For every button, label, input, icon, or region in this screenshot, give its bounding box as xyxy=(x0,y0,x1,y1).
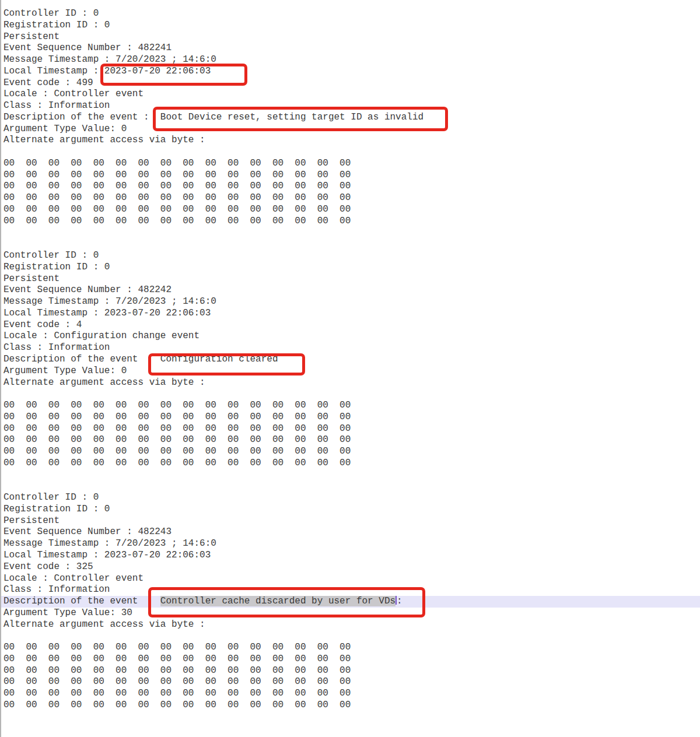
blank-line xyxy=(4,146,700,158)
description-line: Description of the event : Boot Device r… xyxy=(4,112,700,124)
class-line: Class : Information xyxy=(4,342,700,354)
local-timestamp-line: Local Timestamp : 2023-07-20 22:06:03 xyxy=(4,308,700,320)
hex-row: 00 00 00 00 00 00 00 00 00 00 00 00 00 0… xyxy=(4,216,700,227)
blank-line xyxy=(4,227,700,239)
description-line-highlighted: Description of the event Controller cach… xyxy=(1,596,700,608)
event-code-line: Event code : 325 xyxy=(4,561,700,573)
blank-line xyxy=(4,711,700,723)
hex-row: 00 00 00 00 00 00 00 00 00 00 00 00 00 0… xyxy=(4,170,700,181)
hex-row: 00 00 00 00 00 00 00 00 00 00 00 00 00 0… xyxy=(4,412,700,423)
description-line: Description of the event Configuration c… xyxy=(4,354,700,366)
selected-text[interactable]: Controller cache discarded by user for V… xyxy=(160,596,396,606)
event-block-3: Controller ID : 0 Registration ID : 0 Pe… xyxy=(4,492,700,734)
registration-id-line: Registration ID : 0 xyxy=(4,504,700,515)
message-timestamp-line: Message Timestamp : 7/20/2023 ; 14:6:0 xyxy=(4,296,700,308)
event-code-line: Event code : 499 xyxy=(4,78,700,89)
controller-id-line: Controller ID : 0 xyxy=(4,492,700,504)
blank-line xyxy=(4,238,700,250)
hex-row: 00 00 00 00 00 00 00 00 00 00 00 00 00 0… xyxy=(4,204,700,216)
locale-line: Locale : Controller event xyxy=(4,573,700,585)
hex-row: 00 00 00 00 00 00 00 00 00 00 00 00 00 0… xyxy=(4,446,700,458)
hex-row: 00 00 00 00 00 00 00 00 00 00 00 00 00 0… xyxy=(4,192,700,204)
blank-line xyxy=(4,469,700,481)
blank-line xyxy=(4,722,700,734)
class-line: Class : Information xyxy=(4,584,700,596)
message-timestamp-line: Message Timestamp : 7/20/2023 ; 14:6:0 xyxy=(4,54,700,66)
alternate-argument-line: Alternate argument access via byte : xyxy=(4,135,700,146)
hex-row: 00 00 00 00 00 00 00 00 00 00 00 00 00 0… xyxy=(4,434,700,446)
event-log-text: Controller ID : 0 Registration ID : 0 Pe… xyxy=(0,0,700,734)
event-block-1: Controller ID : 0 Registration ID : 0 Pe… xyxy=(4,8,700,250)
blank-line xyxy=(4,630,700,642)
alternate-argument-line: Alternate argument access via byte : xyxy=(4,377,700,389)
persistent-line: Persistent xyxy=(4,273,700,285)
hex-row: 00 00 00 00 00 00 00 00 00 00 00 00 00 0… xyxy=(4,158,700,170)
hex-row: 00 00 00 00 00 00 00 00 00 00 00 00 00 0… xyxy=(4,423,700,435)
registration-id-line: Registration ID : 0 xyxy=(4,20,700,31)
hex-row: 00 00 00 00 00 00 00 00 00 00 00 00 00 0… xyxy=(4,400,700,412)
locale-line: Locale : Configuration change event xyxy=(4,331,700,342)
class-line: Class : Information xyxy=(4,100,700,112)
hex-row: 00 00 00 00 00 00 00 00 00 00 00 00 00 0… xyxy=(4,458,700,469)
persistent-line: Persistent xyxy=(4,31,700,43)
event-sequence-line: Event Sequence Number : 482243 xyxy=(4,527,700,538)
event-sequence-line: Event Sequence Number : 482242 xyxy=(4,285,700,296)
event-block-2: Controller ID : 0 Registration ID : 0 Pe… xyxy=(4,250,700,492)
message-timestamp-line: Message Timestamp : 7/20/2023 ; 14:6:0 xyxy=(4,538,700,550)
hex-row: 00 00 00 00 00 00 00 00 00 00 00 00 00 0… xyxy=(4,676,700,688)
description-suffix: : xyxy=(397,596,402,606)
controller-id-line: Controller ID : 0 xyxy=(4,250,700,262)
hex-row: 00 00 00 00 00 00 00 00 00 00 00 00 00 0… xyxy=(4,665,700,677)
hex-row: 00 00 00 00 00 00 00 00 00 00 00 00 00 0… xyxy=(4,700,700,711)
argument-type-line: Argument Type Value: 0 xyxy=(4,366,700,377)
blank-line xyxy=(4,480,700,492)
hex-row: 00 00 00 00 00 00 00 00 00 00 00 00 00 0… xyxy=(4,181,700,192)
hex-row: 00 00 00 00 00 00 00 00 00 00 00 00 00 0… xyxy=(4,654,700,665)
local-timestamp-line: Local Timestamp : 2023-07-20 22:06:03 xyxy=(4,550,700,561)
controller-id-line: Controller ID : 0 xyxy=(4,8,700,20)
alternate-argument-line: Alternate argument access via byte : xyxy=(4,619,700,631)
locale-line: Locale : Controller event xyxy=(4,89,700,100)
description-label: Description of the event xyxy=(4,596,160,606)
blank-line xyxy=(4,388,700,400)
hex-row: 00 00 00 00 00 00 00 00 00 00 00 00 00 0… xyxy=(4,688,700,700)
hex-row: 00 00 00 00 00 00 00 00 00 00 00 00 00 0… xyxy=(4,642,700,654)
persistent-line: Persistent xyxy=(4,515,700,527)
argument-type-line: Argument Type Value: 0 xyxy=(4,124,700,135)
argument-type-line: Argument Type Value: 30 xyxy=(4,608,700,619)
registration-id-line: Registration ID : 0 xyxy=(4,262,700,273)
local-timestamp-line: Local Timestamp : 2023-07-20 22:06:03 xyxy=(4,66,700,78)
event-code-line: Event code : 4 xyxy=(4,320,700,331)
event-sequence-line: Event Sequence Number : 482241 xyxy=(4,43,700,54)
